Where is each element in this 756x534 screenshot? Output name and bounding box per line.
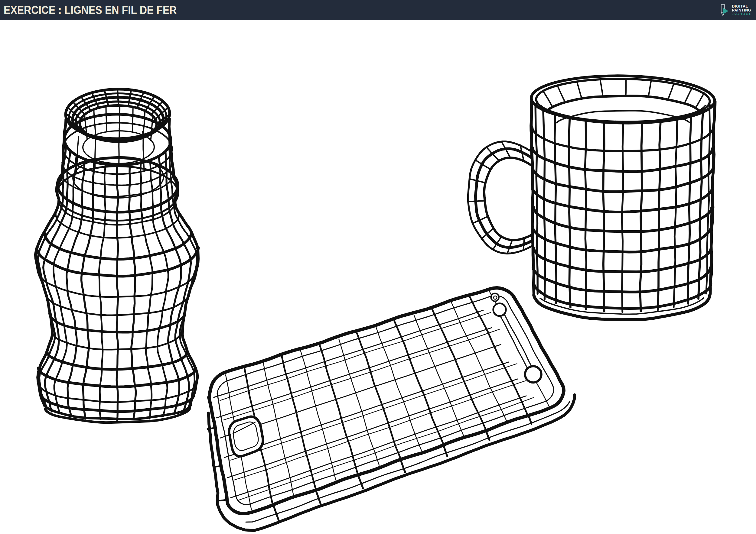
logo-line-digital: DIGITAL [732, 5, 752, 9]
wireframe-bottle-drawing [35, 89, 198, 423]
logo-line-painting: PAINTING [732, 9, 752, 13]
logo-line-school: .SCHOOL [732, 13, 752, 16]
pencil-play-icon [719, 3, 729, 17]
school-logo: DIGITAL PAINTING .SCHOOL [719, 3, 756, 17]
school-logo-text: DIGITAL PAINTING .SCHOOL [732, 5, 752, 16]
worksheet-canvas [0, 20, 756, 534]
wireframe-mug-drawing [468, 74, 715, 320]
wireframe-figures-canvas [0, 20, 756, 534]
wireframe-phone-drawing [207, 288, 575, 531]
header-bar: EXERCICE : LIGNES EN FIL DE FER DIGITAL … [0, 0, 756, 20]
page-title: EXERCICE : LIGNES EN FIL DE FER [0, 4, 176, 17]
